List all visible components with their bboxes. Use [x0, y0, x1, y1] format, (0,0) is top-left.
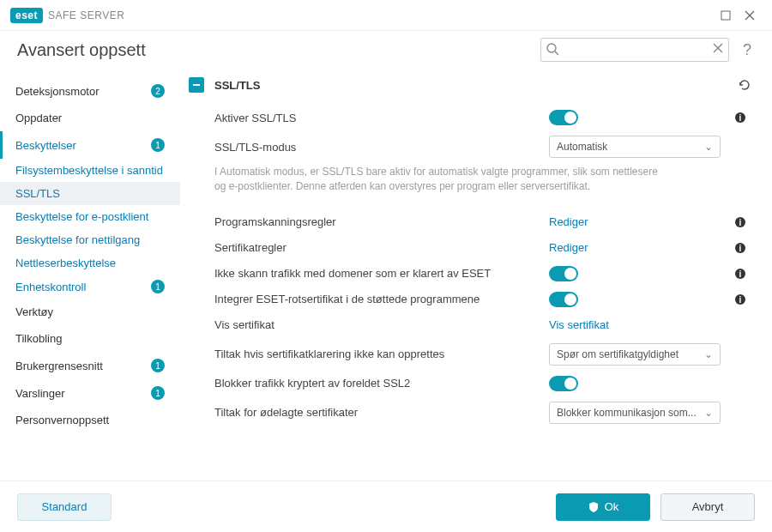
sidebar-item-label: Beskyttelser: [15, 139, 76, 152]
app-logo: eset SAFE SERVER: [10, 8, 124, 23]
sidebar-item-label: Varslinger: [15, 387, 65, 400]
sidebar-badge: 2: [151, 84, 165, 98]
sidebar-item-update[interactable]: Oppdater: [0, 105, 180, 131]
svg-text:i: i: [739, 269, 742, 279]
sidebar-item-tools[interactable]: Verktøy: [0, 299, 180, 325]
info-icon[interactable]: i: [734, 242, 746, 254]
x-icon: [712, 42, 724, 54]
block-ssl2-label: Blokker trafikk kryptert av foreldet SSL…: [214, 377, 549, 390]
sidebar-sub-device[interactable]: Enhetskontroll 1: [0, 275, 180, 299]
page-header: Avansert oppsett ?: [0, 31, 772, 69]
logo-badge: eset: [10, 8, 43, 23]
sidebar-sub-label: Beskyttelse for nettilgang: [15, 233, 140, 246]
sidebar-sub-label: Beskyttelse for e-postklient: [15, 210, 148, 223]
view-cert-link[interactable]: Vis sertifikat: [549, 318, 609, 331]
window-maximize-button[interactable]: [714, 3, 738, 27]
sidebar-sub-web[interactable]: Beskyttelse for nettilgang: [0, 228, 180, 251]
sidebar-item-label: Oppdater: [15, 112, 62, 124]
trust-action-value: Spør om sertifikatgyldighet: [557, 348, 679, 360]
sidebar-item-label: Personvernoppsett: [15, 414, 109, 426]
sidebar-sub-email[interactable]: Beskyttelse for e-postklient: [0, 205, 180, 228]
cancel-button-label: Avbryt: [692, 500, 724, 513]
page-title: Avansert oppsett: [17, 40, 530, 60]
ok-button[interactable]: Ok: [556, 493, 650, 521]
corrupt-cert-select[interactable]: Blokker kommunikasjon som... ⌄: [549, 402, 721, 424]
app-rules-label: Programskanningsregler: [214, 215, 549, 228]
trusted-domains-label: Ikke skann trafikk med domener som er kl…: [214, 267, 549, 280]
info-icon[interactable]: i: [734, 216, 746, 228]
close-icon: [745, 10, 755, 21]
sidebar-badge: 1: [151, 138, 165, 152]
sidebar-item-protections[interactable]: Beskyttelser 1: [0, 131, 180, 159]
cancel-button[interactable]: Avbryt: [660, 493, 755, 521]
sidebar-item-privacy[interactable]: Personvernoppsett: [0, 407, 180, 433]
panel-reset-button[interactable]: [738, 78, 751, 92]
default-button[interactable]: Standard: [17, 493, 112, 521]
logo-text: SAFE SERVER: [48, 9, 124, 21]
app-rules-edit-link[interactable]: Rediger: [549, 215, 588, 228]
sidebar-item-label: Tilkobling: [15, 332, 62, 345]
integrate-cert-label: Integrer ESET-rotsertifikat i de støtted…: [214, 293, 549, 305]
mode-label: SSL/TLS-modus: [214, 141, 549, 154]
sidebar-item-label: Verktøy: [15, 305, 53, 318]
trusted-domains-toggle[interactable]: [549, 266, 578, 281]
enable-ssl-toggle[interactable]: [549, 110, 578, 125]
mode-select[interactable]: Automatisk ⌄: [549, 136, 721, 158]
svg-line-4: [555, 51, 558, 55]
sidebar-sub-label: SSL/TLS: [15, 187, 60, 200]
sidebar-item-label: Deteksjonsmotor: [15, 85, 100, 98]
minus-icon: [192, 81, 201, 89]
info-icon[interactable]: i: [734, 268, 746, 280]
svg-text:i: i: [739, 295, 742, 305]
help-button[interactable]: ?: [739, 41, 755, 59]
content-panel: SSL/TLS Aktiver SSL/TLS i SSL/TLS-modus …: [180, 69, 772, 481]
corrupt-cert-label: Tiltak for ødelagte sertifikater: [214, 406, 549, 419]
sidebar-badge: 1: [151, 280, 165, 293]
sidebar-sub-label: Nettleserbeskyttelse: [15, 257, 116, 269]
cert-rules-label: Sertifikatregler: [214, 241, 549, 254]
cert-rules-edit-link[interactable]: Rediger: [549, 241, 588, 254]
svg-text:i: i: [739, 113, 742, 123]
shield-icon: [588, 501, 600, 513]
undo-icon: [738, 78, 751, 92]
sidebar-sub-browser[interactable]: Nettleserbeskyttelse: [0, 251, 180, 275]
default-button-label: Standard: [42, 500, 87, 513]
info-icon[interactable]: i: [734, 293, 746, 305]
search-clear-button[interactable]: [712, 42, 724, 54]
chevron-down-icon: ⌄: [704, 141, 713, 153]
block-ssl2-toggle[interactable]: [549, 376, 578, 391]
sidebar-sub-label: Filsystembeskyttelse i sanntid: [15, 164, 163, 177]
chevron-down-icon: ⌄: [704, 348, 713, 360]
maximize-icon: [721, 10, 731, 21]
enable-ssl-label: Aktiver SSL/TLS: [214, 112, 549, 124]
sidebar-badge: 1: [151, 386, 165, 400]
ok-button-label: Ok: [605, 500, 619, 513]
sidebar-item-label: Brukergrensesnitt: [15, 360, 103, 372]
sidebar-sub-filesystem[interactable]: Filsystembeskyttelse i sanntid: [0, 159, 180, 182]
panel-collapse-button[interactable]: [189, 77, 204, 93]
sidebar-item-connection[interactable]: Tilkobling: [0, 325, 180, 352]
panel-title: SSL/TLS: [214, 79, 727, 92]
info-icon[interactable]: i: [734, 112, 746, 124]
sidebar-item-ui[interactable]: Brukergrensesnitt 1: [0, 352, 180, 379]
sidebar-item-notifications[interactable]: Varslinger 1: [0, 379, 180, 407]
integrate-cert-toggle[interactable]: [549, 292, 578, 307]
view-cert-label: Vis sertifikat: [214, 318, 549, 331]
search-icon: [546, 42, 559, 56]
trust-action-select[interactable]: Spør om sertifikatgyldighet ⌄: [549, 343, 721, 366]
sidebar-badge: 1: [151, 359, 165, 372]
sidebar: Deteksjonsmotor 2 Oppdater Beskyttelser …: [0, 69, 180, 481]
search-input[interactable]: [540, 38, 729, 62]
svg-point-3: [547, 44, 556, 52]
svg-text:i: i: [739, 244, 742, 253]
svg-text:i: i: [739, 218, 742, 227]
mode-select-value: Automatisk: [557, 141, 607, 153]
sidebar-sub-ssltls[interactable]: SSL/TLS: [0, 182, 180, 205]
titlebar: eset SAFE SERVER: [0, 0, 772, 31]
sidebar-sub-label: Enhetskontroll: [15, 281, 86, 293]
footer: Standard Ok Avbryt: [0, 481, 772, 532]
window-close-button[interactable]: [738, 3, 762, 27]
mode-description: I Automatisk modus, er SSL/TLS bare akti…: [189, 163, 669, 209]
sidebar-item-detection[interactable]: Deteksjonsmotor 2: [0, 77, 180, 105]
trust-action-label: Tiltak hvis sertifikatklarering ikke kan…: [214, 348, 549, 360]
